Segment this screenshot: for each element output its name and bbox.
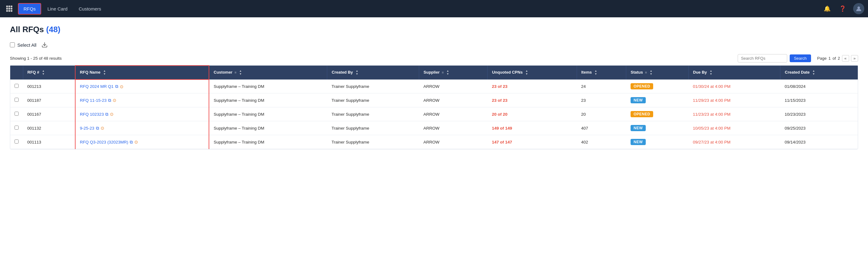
status-badge: OPENED	[630, 83, 653, 90]
page-number: 1	[828, 56, 831, 61]
col-header-created-date[interactable]: Created Date ▲▼	[780, 66, 858, 79]
status-cell: NEW	[626, 135, 689, 149]
table-row: 001132 9-25-23 ⧉ ⊙ Supplyframe – Trainin…	[10, 121, 858, 135]
table-row: 001187 RFQ 11-15-23 ⧉ ⊙ Supplyframe – Tr…	[10, 94, 858, 107]
col-header-created-by[interactable]: Created By ▲▼	[327, 66, 419, 79]
app-grid-icon[interactable]	[4, 3, 15, 14]
svg-rect-1	[8, 6, 10, 7]
rfq-number-cell: 001167	[23, 107, 75, 121]
supplier-cell: ARROW	[419, 107, 488, 121]
created-by-cell: Trainer Supplyframe	[327, 135, 419, 149]
notifications-icon[interactable]: 🔔	[822, 4, 832, 13]
main-content: All RFQs (48) Select All Showing 1 - 25 …	[0, 17, 868, 279]
copy-icon: ⧉	[105, 112, 108, 117]
results-showing: Showing 1 - 25 of 48 results	[10, 56, 62, 61]
copy-icon: ⧉	[130, 139, 133, 145]
svg-rect-4	[8, 8, 10, 9]
warning-icon: ⊙	[134, 139, 138, 144]
rfq-table-wrapper: RFQ # ▲▼ RFQ Name ▲▼ Customer ≡ ▲▼ Creat…	[10, 65, 858, 149]
nav-right: 🔔 ❓	[822, 3, 864, 14]
due-by-cell: 11/29/23 at 4:00 PM	[688, 94, 780, 107]
items-cell: 20	[577, 107, 626, 121]
select-all-checkbox[interactable]	[10, 42, 15, 47]
supplier-cell: ARROW	[419, 79, 488, 94]
items-cell: 24	[577, 79, 626, 94]
due-by-cell: 01/30/24 at 4:00 PM	[688, 79, 780, 94]
supplier-cell: ARROW	[419, 94, 488, 107]
warning-icon: ⊙	[120, 84, 124, 89]
page-info: Page 1 of 2 « »	[817, 55, 858, 62]
col-header-rfq-name[interactable]: RFQ Name ▲▼	[75, 66, 209, 79]
items-cell: 407	[577, 121, 626, 135]
rfq-name-link[interactable]: RFQ 2024 MR Q1 ⧉ ⊙	[80, 84, 204, 89]
select-all-label[interactable]: Select All	[17, 42, 36, 48]
warning-icon: ⊙	[110, 112, 114, 116]
unquoted-cpns-cell: 23 of 23	[488, 94, 577, 107]
rfq-count: (48)	[46, 25, 60, 34]
row-checkbox-4[interactable]	[14, 139, 19, 143]
search-button[interactable]: Search	[790, 55, 811, 62]
warning-icon: ⊙	[113, 98, 116, 103]
status-cell: NEW	[626, 94, 689, 107]
nav-tab-rfqs[interactable]: RFQs	[18, 3, 41, 14]
customer-cell: Supplyframe – Training DM	[209, 94, 327, 107]
rfq-number-cell: 001213	[23, 79, 75, 94]
created-by-cell: Trainer Supplyframe	[327, 79, 419, 94]
rfq-name-cell: RFQ 102323 ⧉ ⊙	[75, 107, 209, 121]
next-page-button[interactable]: »	[851, 55, 858, 62]
rfq-name-cell: 9-25-23 ⧉ ⊙	[75, 121, 209, 135]
col-header-checkbox	[10, 66, 23, 79]
row-checkbox-1[interactable]	[14, 98, 19, 102]
rfq-name-link[interactable]: RFQ 11-15-23 ⧉ ⊙	[80, 98, 204, 103]
export-icon[interactable]	[40, 40, 49, 49]
unquoted-cpns-cell: 20 of 20	[488, 107, 577, 121]
prev-page-button[interactable]: «	[842, 55, 849, 62]
svg-rect-2	[10, 6, 12, 7]
rfq-number-cell: 001132	[23, 121, 75, 135]
due-by-cell: 11/23/23 at 4:00 PM	[688, 107, 780, 121]
help-icon[interactable]: ❓	[838, 4, 847, 13]
status-cell: OPENED	[626, 79, 689, 94]
search-input[interactable]	[738, 54, 787, 63]
table-row: 001213 RFQ 2024 MR Q1 ⧉ ⊙ Supplyframe – …	[10, 79, 858, 94]
status-cell: OPENED	[626, 107, 689, 121]
copy-icon: ⧉	[108, 98, 111, 103]
rfq-name-cell: RFQ 2024 MR Q1 ⧉ ⊙	[75, 79, 209, 94]
row-checkbox-0[interactable]	[14, 84, 19, 88]
svg-rect-8	[10, 10, 12, 12]
created-by-cell: Trainer Supplyframe	[327, 121, 419, 135]
rfq-name-cell: RFQ Q3-2023 (32023MR) ⧉ ⊙	[75, 135, 209, 149]
row-checkbox-3[interactable]	[14, 126, 19, 130]
rfq-name-link[interactable]: 9-25-23 ⧉ ⊙	[80, 126, 204, 131]
col-header-customer[interactable]: Customer ≡ ▲▼	[209, 66, 327, 79]
due-by-cell: 10/05/23 at 4:00 PM	[688, 121, 780, 135]
col-header-status[interactable]: Status ≡ ▲▼	[626, 66, 689, 79]
row-checkbox-2[interactable]	[14, 112, 19, 116]
unquoted-cpns-cell: 147 of 147	[488, 135, 577, 149]
created-date-cell: 11/15/2023	[780, 94, 858, 107]
created-by-cell: Trainer Supplyframe	[327, 94, 419, 107]
status-badge: NEW	[630, 139, 646, 145]
customer-cell: Supplyframe – Training DM	[209, 107, 327, 121]
status-cell: NEW	[626, 121, 689, 135]
col-header-due-by[interactable]: Due By ▲▼	[688, 66, 780, 79]
customer-cell: Supplyframe – Training DM	[209, 121, 327, 135]
nav-tab-customers[interactable]: Customers	[74, 4, 106, 14]
status-badge: NEW	[630, 97, 646, 103]
supplier-cell: ARROW	[419, 121, 488, 135]
top-nav: RFQs Line Card Customers 🔔 ❓	[0, 0, 868, 17]
avatar[interactable]	[853, 3, 864, 14]
rfq-name-link[interactable]: RFQ Q3-2023 (32023MR) ⧉ ⊙	[80, 139, 204, 145]
col-header-supplier[interactable]: Supplier ≡ ▲▼	[419, 66, 488, 79]
select-all-wrapper: Select All	[10, 42, 36, 48]
nav-tab-linecard[interactable]: Line Card	[42, 4, 72, 14]
rfq-name-link[interactable]: RFQ 102323 ⧉ ⊙	[80, 112, 204, 117]
svg-rect-3	[6, 8, 8, 9]
col-header-rfq-number[interactable]: RFQ # ▲▼	[23, 66, 75, 79]
created-date-cell: 09/25/2023	[780, 121, 858, 135]
copy-icon: ⧉	[96, 126, 99, 131]
col-header-unquoted-cpns[interactable]: Unquoted CPNs ▲▼	[488, 66, 577, 79]
col-header-items[interactable]: Items ▲▼	[577, 66, 626, 79]
items-cell: 23	[577, 94, 626, 107]
svg-rect-6	[6, 10, 8, 12]
